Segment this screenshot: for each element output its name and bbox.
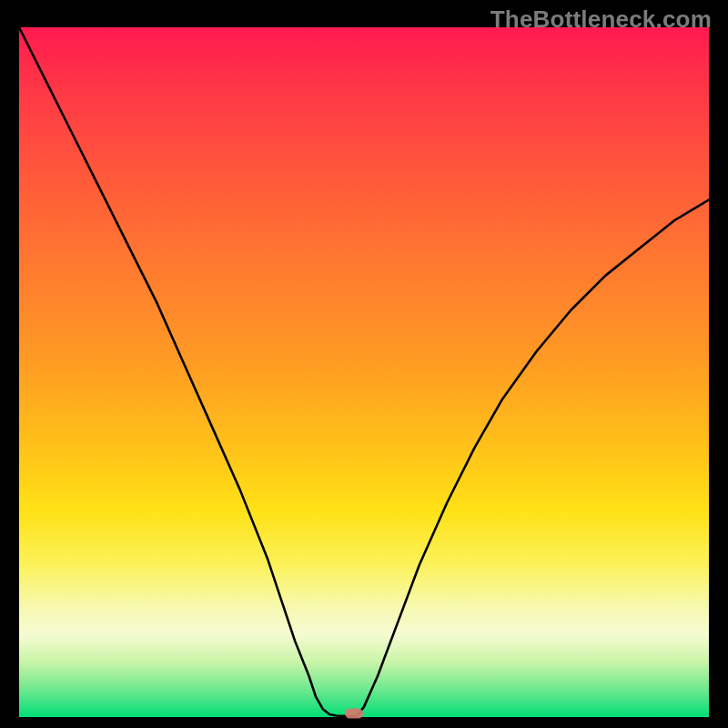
watermark-text: TheBottleneck.com (490, 5, 712, 34)
plot-area (19, 27, 709, 717)
optimal-marker (345, 709, 363, 719)
bottleneck-curve (19, 27, 709, 717)
curve-path (19, 27, 709, 716)
chart-root: TheBottleneck.com (0, 0, 728, 728)
